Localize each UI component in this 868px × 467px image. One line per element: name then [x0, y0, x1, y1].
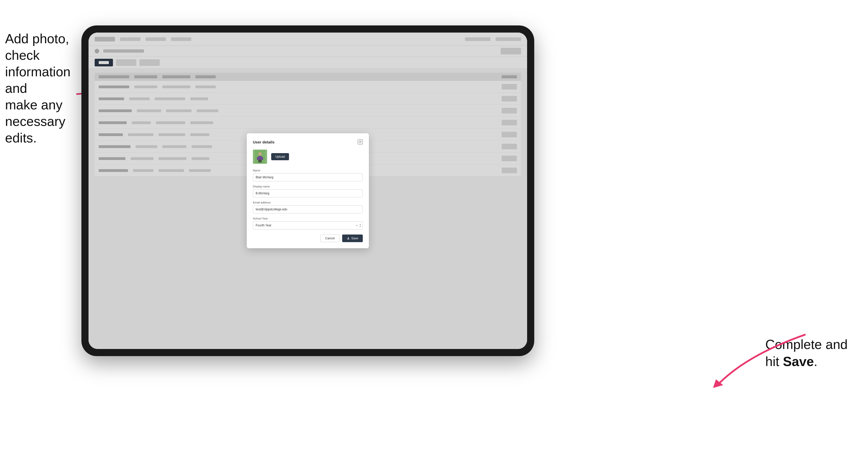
photo-section: Upload: [253, 150, 363, 164]
app-background: User details ×: [89, 33, 527, 349]
tablet-screen: User details ×: [89, 33, 527, 349]
school-year-controls: × ▲ ▼: [356, 223, 361, 228]
modal-title: User details: [253, 140, 275, 144]
display-name-input[interactable]: [253, 189, 363, 197]
svg-rect-6: [261, 157, 263, 160]
school-year-label: School Year: [253, 217, 363, 220]
svg-rect-5: [257, 157, 259, 160]
tablet-shell: User details ×: [82, 25, 534, 356]
svg-rect-4: [258, 156, 262, 160]
user-details-modal: User details ×: [247, 133, 369, 248]
email-field-group: Email address: [253, 201, 363, 213]
email-input[interactable]: [253, 205, 363, 213]
name-field-group: Name: [253, 169, 363, 181]
annotation-right: Complete and hit Save.: [765, 336, 848, 370]
save-icon: [347, 237, 350, 240]
school-year-up-arrow[interactable]: ▲: [359, 223, 361, 225]
save-button[interactable]: Save: [342, 235, 363, 242]
school-year-clear[interactable]: ×: [356, 224, 358, 227]
person-photo: [255, 150, 265, 163]
svg-rect-8: [260, 160, 261, 162]
display-name-field-group: Display name: [253, 185, 363, 197]
school-year-field-group: School Year Fourth Year × ▲ ▼: [253, 217, 363, 229]
name-label: Name: [253, 169, 363, 172]
svg-rect-7: [258, 160, 260, 162]
photo-preview: [253, 150, 267, 164]
modal-close-button[interactable]: ×: [358, 139, 363, 145]
school-year-input[interactable]: Fourth Year: [253, 221, 363, 229]
school-year-value: Fourth Year: [256, 224, 272, 227]
annotation-left: Add photo, check information and make an…: [5, 31, 87, 146]
modal-header: User details ×: [253, 139, 363, 145]
display-name-label: Display name: [253, 185, 363, 188]
modal-footer: Cancel Save: [253, 235, 363, 242]
svg-marker-1: [713, 379, 723, 388]
save-button-label: Save: [351, 237, 358, 240]
svg-point-3: [258, 152, 262, 156]
upload-button[interactable]: Upload: [271, 153, 289, 160]
school-year-wrapper: Fourth Year × ▲ ▼: [253, 221, 363, 229]
school-year-down-arrow[interactable]: ▼: [359, 226, 361, 228]
school-year-arrows[interactable]: ▲ ▼: [359, 223, 361, 228]
modal-overlay: User details ×: [89, 33, 527, 349]
name-input[interactable]: [253, 173, 363, 181]
cancel-button[interactable]: Cancel: [320, 235, 339, 242]
email-label: Email address: [253, 201, 363, 204]
